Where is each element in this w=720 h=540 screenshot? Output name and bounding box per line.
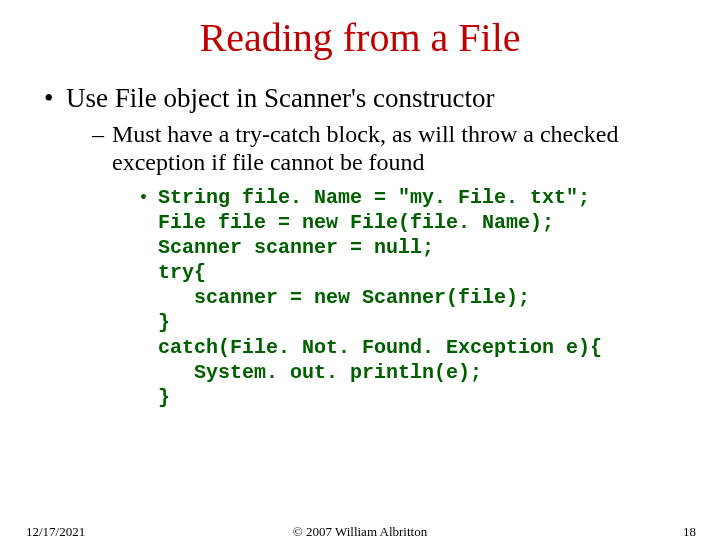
- footer-date: 12/17/2021: [26, 524, 85, 540]
- code-block: String file. Name = "my. File. txt"; Fil…: [158, 185, 678, 410]
- slide: Reading from a File •Use File object in …: [0, 14, 720, 540]
- bullet-dot-small: •: [140, 185, 158, 210]
- slide-title: Reading from a File: [0, 14, 720, 61]
- bullet-text: Must have a try-catch block, as will thr…: [112, 120, 672, 177]
- footer-page-number: 18: [683, 524, 696, 540]
- footer: 12/17/2021 © 2007 William Albritton 18: [0, 524, 720, 540]
- footer-copyright: © 2007 William Albritton: [0, 524, 720, 540]
- bullet-dash: –: [92, 120, 112, 148]
- bullet-level-1: •Use File object in Scanner's constructo…: [44, 83, 690, 114]
- bullet-level-3-code: •String file. Name = "my. File. txt"; Fi…: [140, 185, 690, 410]
- bullet-dot: •: [44, 83, 66, 114]
- bullet-text: Use File object in Scanner's constructor: [66, 83, 666, 114]
- bullet-level-2: –Must have a try-catch block, as will th…: [92, 120, 690, 177]
